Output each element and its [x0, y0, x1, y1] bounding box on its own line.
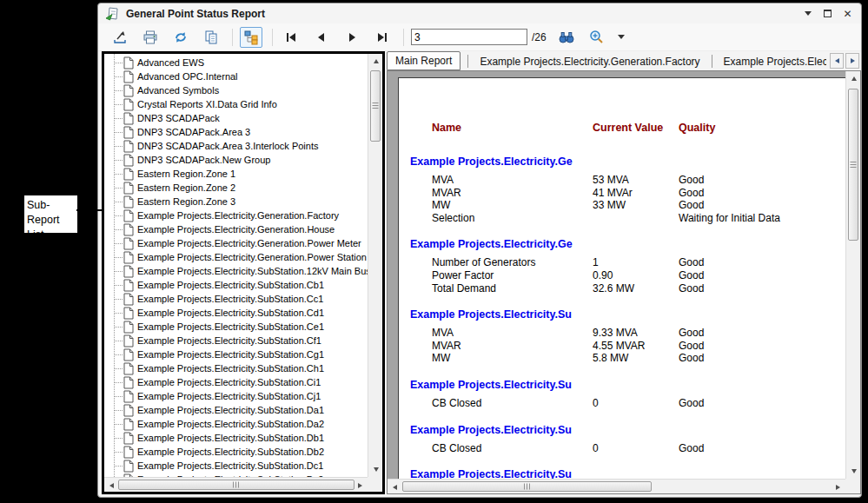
sub-report-tree-item[interactable]: Example Projects.Electricity.SubStation.… — [104, 417, 368, 431]
sub-report-tree-item[interactable]: Example Projects.Electricity.SubStation.… — [104, 403, 368, 417]
sub-report-tree-item[interactable]: Example Projects.Electricity.SubStation.… — [104, 389, 368, 403]
sub-report-tree-item[interactable]: Eastern Region.Zone 2 — [104, 181, 368, 195]
tab-example-projects-electricity-generation-factory[interactable]: Example Projects.Electricity.Generation.… — [470, 53, 709, 70]
scroll-down-button[interactable] — [368, 462, 383, 477]
sub-report-tree-item[interactable]: Example Projects.Electricity.SubStation.… — [104, 334, 368, 347]
sub-report-name: DNP3 SCADAPack.Area 3 — [137, 127, 250, 137]
sub-report-tree-item[interactable]: DNP3 SCADAPack.Area 3.Interlock Points — [104, 139, 368, 153]
sub-report-tree-item[interactable]: Example Projects.Electricity.Generation.… — [104, 236, 368, 250]
sub-report-tree-item[interactable]: Example Projects.Electricity.SubStation.… — [104, 320, 368, 334]
report-vertical-scrollbar[interactable] — [845, 71, 860, 479]
sub-report-tree: Advanced EWS Advanced OPC.Internal Advan… — [104, 54, 368, 477]
sub-report-name: Example Projects.Electricity.SubStation.… — [137, 405, 324, 415]
document-icon — [123, 84, 134, 97]
scroll-right-button[interactable] — [831, 480, 845, 494]
zoom-button[interactable] — [586, 27, 608, 48]
tab-separator — [467, 55, 468, 68]
find-button[interactable] — [555, 27, 578, 48]
scrollbar-thumb[interactable] — [118, 480, 354, 490]
window-title: General Point Status Report — [126, 8, 265, 20]
sub-report-tree-item[interactable]: DNP3 SCADAPack.New Group — [104, 153, 368, 167]
sub-report-name: Example Projects.Electricity.SubStation.… — [137, 391, 321, 401]
report-group: Example Projects.Electricity.SuCB Closed… — [399, 379, 845, 410]
report-row: SelectionWaiting for Initial Data — [399, 212, 845, 225]
quality: Good — [679, 256, 704, 268]
document-icon — [123, 279, 134, 292]
scrollbar-thumb[interactable] — [848, 89, 858, 241]
copy-button[interactable] — [200, 27, 222, 48]
close-button[interactable]: ✕ — [841, 7, 854, 20]
tab-scroll-right-button[interactable] — [845, 53, 859, 69]
scroll-right-button[interactable] — [353, 478, 368, 493]
page-number-input[interactable] — [411, 29, 527, 45]
sub-report-tree-item[interactable]: Example Projects.Electricity.SubStation.… — [104, 306, 368, 320]
sub-report-tree-item[interactable]: Example Projects.Electricity.SubStation.… — [104, 264, 368, 278]
scroll-down-button[interactable] — [846, 464, 861, 479]
sub-report-tree-item[interactable]: Example Projects.Electricity.SubStation.… — [104, 292, 368, 306]
maximize-button[interactable] — [821, 7, 834, 20]
sub-report-tree-item[interactable]: Advanced EWS — [104, 56, 368, 69]
tree-branch-line — [114, 466, 123, 467]
scroll-left-button[interactable] — [104, 478, 119, 493]
print-icon — [142, 30, 158, 45]
report-row: Number of Generators1Good — [399, 256, 845, 269]
sub-report-tree-item[interactable]: DNP3 SCADAPack.Area 3 — [104, 125, 368, 139]
zoom-icon — [589, 30, 604, 44]
print-button[interactable] — [139, 27, 162, 48]
sub-report-tree-item[interactable]: Example Projects.Electricity.SubStation.… — [104, 347, 368, 361]
first-page-button[interactable] — [280, 27, 302, 48]
document-icon — [123, 112, 134, 125]
sub-report-tree-item[interactable]: Crystal Reports XI.Data Grid Info — [104, 97, 368, 111]
report-row: CB Closed0Good — [399, 442, 845, 455]
tab-scroll-left-button[interactable] — [830, 53, 844, 69]
tab-example-projects-electricity-substati[interactable]: Example Projects.Electricity.SubStati — [714, 53, 826, 70]
toggle-group-tree-button[interactable] — [240, 27, 262, 48]
report-horizontal-scrollbar[interactable] — [388, 479, 845, 493]
tree-vertical-scrollbar[interactable] — [368, 54, 382, 477]
report-row: MVA53 MVAGood — [399, 174, 845, 187]
report-row: MVAR4.55 MVARGood — [399, 340, 845, 353]
sub-report-tree-item[interactable]: Eastern Region.Zone 3 — [104, 195, 368, 208]
document-icon — [123, 126, 134, 139]
point-name: MVA — [432, 174, 454, 186]
sub-report-tree-item[interactable]: Example Projects.Electricity.SubStation.… — [104, 445, 368, 459]
previous-page-button[interactable] — [310, 27, 333, 48]
tab-main-report[interactable]: Main Report — [387, 51, 461, 70]
sub-report-tree-item[interactable]: Example Projects.Electricity.SubStation.… — [104, 459, 368, 473]
scrollbar-thumb[interactable] — [402, 481, 652, 492]
document-icon — [123, 334, 134, 347]
scroll-up-button[interactable] — [368, 54, 383, 69]
sub-report-tree-item[interactable]: Example Projects.Electricity.SubStation.… — [104, 431, 368, 445]
document-icon — [123, 154, 134, 167]
sub-report-tree-item[interactable]: Example Projects.Electricity.SubStation.… — [104, 278, 368, 292]
sub-report-name: DNP3 SCADAPack.Area 3.Interlock Points — [137, 141, 318, 151]
group-header: Example Projects.Electricity.Su — [410, 379, 845, 392]
quality: Good — [679, 442, 704, 454]
last-page-button[interactable] — [371, 27, 394, 48]
sub-report-tree-item[interactable]: DNP3 SCADAPack — [104, 111, 368, 125]
scroll-up-button[interactable] — [846, 71, 861, 86]
sub-report-tree-item[interactable]: Advanced OPC.Internal — [104, 69, 368, 83]
current-value: 32.6 MW — [593, 282, 634, 295]
sub-report-tree-item[interactable]: Eastern Region.Zone 1 — [104, 167, 368, 181]
export-button[interactable] — [109, 27, 131, 48]
scrollbar-thumb[interactable] — [370, 70, 381, 142]
sub-report-tree-item[interactable]: Example Projects.Electricity.Generation.… — [104, 250, 368, 264]
sub-report-tree-item[interactable]: Example Projects.Electricity.Generation.… — [104, 208, 368, 222]
next-page-button[interactable] — [341, 27, 363, 48]
sub-report-tree-item[interactable]: Example Projects.Electricity.SubStation.… — [104, 375, 368, 389]
arrow-up-icon — [851, 76, 857, 81]
document-icon — [123, 140, 134, 153]
tree-branch-line — [114, 132, 123, 133]
window-menu-button[interactable] — [801, 7, 814, 20]
sub-report-name: Advanced Symbols — [137, 85, 219, 96]
point-name: Power Factor — [432, 269, 494, 281]
sub-report-tree-item[interactable]: Example Projects.Electricity.SubStation.… — [104, 361, 368, 375]
refresh-button[interactable] — [169, 27, 192, 48]
zoom-dropdown-icon[interactable] — [618, 35, 625, 39]
sub-report-tree-item[interactable]: Example Projects.Electricity.Generation.… — [104, 222, 368, 236]
callout-line — [76, 209, 103, 211]
tree-horizontal-scrollbar[interactable] — [104, 477, 368, 492]
sub-report-tree-item[interactable]: Advanced Symbols — [104, 83, 368, 97]
scroll-left-button[interactable] — [388, 480, 402, 494]
